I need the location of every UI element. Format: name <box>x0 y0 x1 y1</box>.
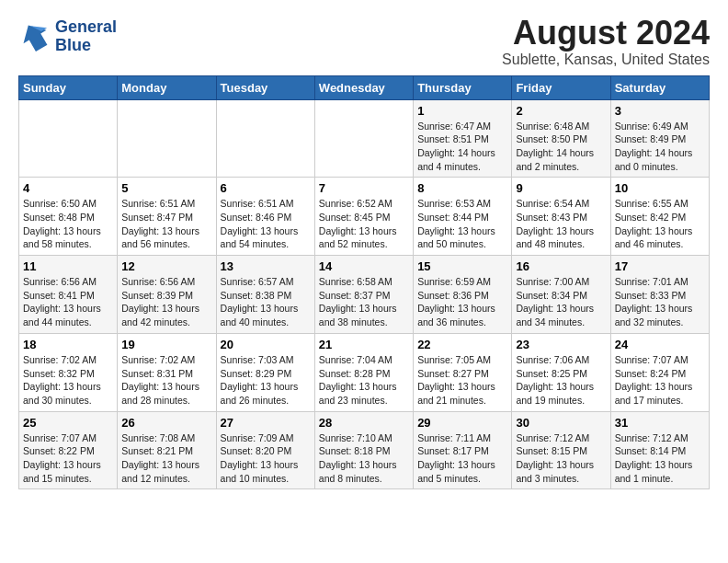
calendar-table: SundayMondayTuesdayWednesdayThursdayFrid… <box>18 75 710 490</box>
day-info: Sunrise: 6:51 AMSunset: 8:46 PMDaylight:… <box>221 197 311 251</box>
calendar-cell: 25Sunrise: 7:07 AMSunset: 8:22 PMDayligh… <box>19 411 118 489</box>
calendar-cell: 14Sunrise: 6:58 AMSunset: 8:37 PMDayligh… <box>314 256 413 334</box>
day-of-week-header: Monday <box>118 75 216 99</box>
calendar-cell: 15Sunrise: 6:59 AMSunset: 8:36 PMDayligh… <box>414 256 512 334</box>
calendar-cell: 18Sunrise: 7:02 AMSunset: 8:32 PMDayligh… <box>19 333 118 411</box>
day-number: 29 <box>417 416 507 430</box>
day-info: Sunrise: 6:57 AMSunset: 8:38 PMDaylight:… <box>221 275 311 329</box>
calendar-cell <box>216 99 314 178</box>
day-number: 16 <box>516 259 606 273</box>
calendar-cell: 7Sunrise: 6:52 AMSunset: 8:45 PMDaylight… <box>314 178 413 256</box>
day-info: Sunrise: 7:11 AMSunset: 8:17 PMDaylight:… <box>417 431 507 486</box>
day-info: Sunrise: 6:52 AMSunset: 8:45 PMDaylight:… <box>319 197 409 251</box>
day-info: Sunrise: 6:55 AMSunset: 8:42 PMDaylight:… <box>615 197 705 251</box>
day-info: Sunrise: 7:01 AMSunset: 8:33 PMDaylight:… <box>615 275 705 329</box>
calendar-cell: 2Sunrise: 6:48 AMSunset: 8:50 PMDaylight… <box>512 99 610 178</box>
day-number: 12 <box>121 259 211 273</box>
calendar-cell: 28Sunrise: 7:10 AMSunset: 8:18 PMDayligh… <box>314 411 413 489</box>
calendar-cell <box>19 99 118 178</box>
day-number: 31 <box>615 416 705 430</box>
day-number: 4 <box>23 181 113 195</box>
calendar-cell: 24Sunrise: 7:07 AMSunset: 8:24 PMDayligh… <box>610 333 709 411</box>
day-number: 23 <box>516 338 606 351</box>
day-info: Sunrise: 7:06 AMSunset: 8:25 PMDaylight:… <box>516 353 606 408</box>
day-number: 15 <box>417 259 507 273</box>
day-of-week-header: Thursday <box>414 75 512 99</box>
day-number: 3 <box>615 104 705 118</box>
day-number: 14 <box>319 259 409 273</box>
calendar-cell: 9Sunrise: 6:54 AMSunset: 8:43 PMDaylight… <box>512 178 610 256</box>
day-number: 24 <box>615 338 705 351</box>
calendar-cell: 20Sunrise: 7:03 AMSunset: 8:29 PMDayligh… <box>216 333 314 411</box>
day-info: Sunrise: 6:56 AMSunset: 8:39 PMDaylight:… <box>121 275 211 329</box>
day-number: 18 <box>23 338 113 351</box>
calendar-header-row: SundayMondayTuesdayWednesdayThursdayFrid… <box>19 75 710 99</box>
day-of-week-header: Sunday <box>19 75 118 99</box>
calendar-cell: 1Sunrise: 6:47 AMSunset: 8:51 PMDaylight… <box>414 99 512 178</box>
calendar-cell: 31Sunrise: 7:12 AMSunset: 8:14 PMDayligh… <box>610 411 709 489</box>
logo-text: General Blue <box>55 18 117 55</box>
day-info: Sunrise: 7:07 AMSunset: 8:22 PMDaylight:… <box>23 431 113 486</box>
day-info: Sunrise: 7:05 AMSunset: 8:27 PMDaylight:… <box>417 353 507 408</box>
day-number: 26 <box>121 416 211 430</box>
day-number: 9 <box>516 181 606 195</box>
day-number: 10 <box>615 181 705 195</box>
day-info: Sunrise: 6:48 AMSunset: 8:50 PMDaylight:… <box>516 120 606 174</box>
day-info: Sunrise: 7:12 AMSunset: 8:15 PMDaylight:… <box>516 431 606 486</box>
day-number: 5 <box>121 181 211 195</box>
day-of-week-header: Tuesday <box>216 75 314 99</box>
calendar-cell: 16Sunrise: 7:00 AMSunset: 8:34 PMDayligh… <box>512 256 610 334</box>
calendar-cell: 30Sunrise: 7:12 AMSunset: 8:15 PMDayligh… <box>512 411 610 489</box>
calendar-week-row: 1Sunrise: 6:47 AMSunset: 8:51 PMDaylight… <box>19 99 710 178</box>
day-info: Sunrise: 6:54 AMSunset: 8:43 PMDaylight:… <box>516 197 606 251</box>
calendar-week-row: 4Sunrise: 6:50 AMSunset: 8:48 PMDaylight… <box>19 178 710 256</box>
day-info: Sunrise: 6:56 AMSunset: 8:41 PMDaylight:… <box>23 275 113 329</box>
calendar-cell: 13Sunrise: 6:57 AMSunset: 8:38 PMDayligh… <box>216 256 314 334</box>
calendar-week-row: 11Sunrise: 6:56 AMSunset: 8:41 PMDayligh… <box>19 256 710 334</box>
day-info: Sunrise: 6:58 AMSunset: 8:37 PMDaylight:… <box>319 275 409 329</box>
day-number: 17 <box>615 259 705 273</box>
day-info: Sunrise: 7:08 AMSunset: 8:21 PMDaylight:… <box>121 431 211 486</box>
day-number: 8 <box>417 181 507 195</box>
calendar-cell: 5Sunrise: 6:51 AMSunset: 8:47 PMDaylight… <box>118 178 216 256</box>
calendar-cell: 4Sunrise: 6:50 AMSunset: 8:48 PMDaylight… <box>19 178 118 256</box>
day-number: 2 <box>516 104 606 118</box>
day-number: 19 <box>121 338 211 351</box>
day-info: Sunrise: 7:07 AMSunset: 8:24 PMDaylight:… <box>615 353 705 408</box>
day-number: 6 <box>221 181 311 195</box>
calendar-cell: 10Sunrise: 6:55 AMSunset: 8:42 PMDayligh… <box>610 178 709 256</box>
day-number: 28 <box>319 416 409 430</box>
logo-icon <box>18 20 51 53</box>
day-info: Sunrise: 7:04 AMSunset: 8:28 PMDaylight:… <box>319 353 409 408</box>
calendar-cell: 29Sunrise: 7:11 AMSunset: 8:17 PMDayligh… <box>414 411 512 489</box>
calendar-week-row: 18Sunrise: 7:02 AMSunset: 8:32 PMDayligh… <box>19 333 710 411</box>
day-info: Sunrise: 7:02 AMSunset: 8:31 PMDaylight:… <box>121 353 211 408</box>
calendar-cell: 17Sunrise: 7:01 AMSunset: 8:33 PMDayligh… <box>610 256 709 334</box>
day-number: 1 <box>417 104 507 118</box>
calendar-cell: 11Sunrise: 6:56 AMSunset: 8:41 PMDayligh… <box>19 256 118 334</box>
day-of-week-header: Friday <box>512 75 610 99</box>
day-info: Sunrise: 6:49 AMSunset: 8:49 PMDaylight:… <box>615 120 705 174</box>
day-info: Sunrise: 7:02 AMSunset: 8:32 PMDaylight:… <box>23 353 113 408</box>
title-block: August 2024 Sublette, Kansas, United Sta… <box>502 15 710 68</box>
calendar-cell: 19Sunrise: 7:02 AMSunset: 8:31 PMDayligh… <box>118 333 216 411</box>
day-info: Sunrise: 6:59 AMSunset: 8:36 PMDaylight:… <box>417 275 507 329</box>
day-info: Sunrise: 7:10 AMSunset: 8:18 PMDaylight:… <box>319 431 409 486</box>
day-number: 11 <box>23 259 113 273</box>
day-info: Sunrise: 6:51 AMSunset: 8:47 PMDaylight:… <box>121 197 211 251</box>
day-info: Sunrise: 7:00 AMSunset: 8:34 PMDaylight:… <box>516 275 606 329</box>
day-number: 30 <box>516 416 606 430</box>
svg-marker-1 <box>18 20 51 53</box>
day-info: Sunrise: 7:03 AMSunset: 8:29 PMDaylight:… <box>221 353 311 408</box>
day-number: 20 <box>221 338 311 351</box>
calendar-cell: 23Sunrise: 7:06 AMSunset: 8:25 PMDayligh… <box>512 333 610 411</box>
day-number: 13 <box>221 259 311 273</box>
calendar-cell: 27Sunrise: 7:09 AMSunset: 8:20 PMDayligh… <box>216 411 314 489</box>
calendar-cell <box>118 99 216 178</box>
page: General Blue August 2024 Sublette, Kansa… <box>0 0 728 499</box>
day-of-week-header: Saturday <box>610 75 709 99</box>
day-number: 7 <box>319 181 409 195</box>
logo: General Blue <box>18 18 117 55</box>
calendar-cell <box>314 99 413 178</box>
calendar-cell: 26Sunrise: 7:08 AMSunset: 8:21 PMDayligh… <box>118 411 216 489</box>
